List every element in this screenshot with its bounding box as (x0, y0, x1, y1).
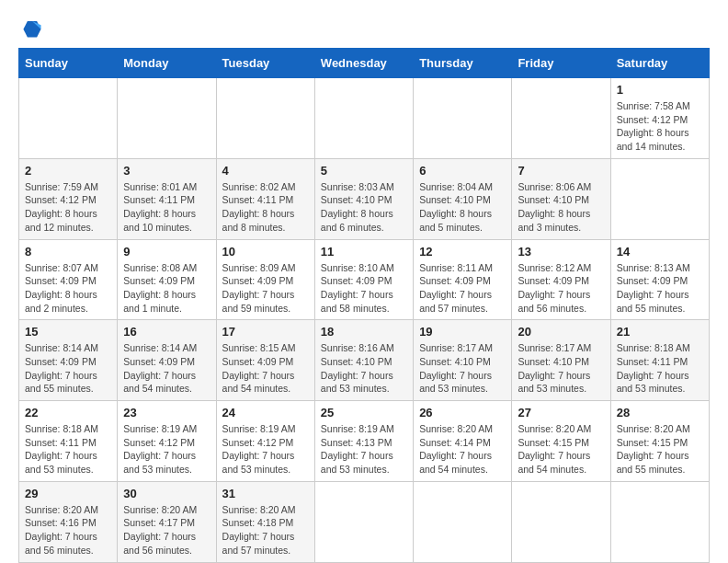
day-number: 26 (419, 406, 506, 419)
cell-info: Sunrise: 8:04 AM Sunset: 4:10 PM Dayligh… (419, 180, 506, 235)
calendar-cell: 27Sunrise: 8:20 AM Sunset: 4:15 PM Dayli… (512, 401, 610, 482)
calendar-cell: 29Sunrise: 8:20 AM Sunset: 4:16 PM Dayli… (19, 481, 118, 562)
calendar-cell (314, 78, 413, 159)
week-row-5: 29Sunrise: 8:20 AM Sunset: 4:16 PM Dayli… (19, 481, 710, 562)
day-number: 7 (518, 164, 604, 178)
day-number: 17 (222, 325, 309, 339)
day-number: 14 (617, 245, 703, 259)
calendar-cell: 16Sunrise: 8:14 AM Sunset: 4:09 PM Dayli… (118, 320, 216, 401)
cell-info: Sunrise: 8:17 AM Sunset: 4:10 PM Dayligh… (419, 341, 506, 396)
cell-info: Sunrise: 8:08 AM Sunset: 4:09 PM Dayligh… (123, 261, 210, 316)
calendar-cell (414, 481, 512, 562)
header-cell-monday: Monday (118, 49, 216, 78)
cell-info: Sunrise: 8:02 AM Sunset: 4:11 PM Dayligh… (222, 180, 309, 235)
cell-info: Sunrise: 8:16 AM Sunset: 4:10 PM Dayligh… (321, 341, 407, 396)
header-cell-tuesday: Tuesday (216, 49, 314, 78)
day-number: 13 (518, 245, 604, 259)
cell-info: Sunrise: 8:17 AM Sunset: 4:10 PM Dayligh… (518, 341, 604, 396)
calendar-cell: 30Sunrise: 8:20 AM Sunset: 4:17 PM Dayli… (118, 481, 216, 562)
calendar-cell: 13Sunrise: 8:12 AM Sunset: 4:09 PM Dayli… (512, 239, 610, 320)
header (18, 18, 710, 39)
header-cell-sunday: Sunday (19, 49, 118, 78)
calendar-cell: 15Sunrise: 8:14 AM Sunset: 4:09 PM Dayli… (19, 320, 118, 401)
calendar-cell: 14Sunrise: 8:13 AM Sunset: 4:09 PM Dayli… (610, 239, 709, 320)
calendar-cell: 19Sunrise: 8:17 AM Sunset: 4:10 PM Dayli… (414, 320, 512, 401)
cell-info: Sunrise: 8:20 AM Sunset: 4:14 PM Dayligh… (419, 422, 506, 477)
calendar-cell: 21Sunrise: 8:18 AM Sunset: 4:11 PM Dayli… (610, 320, 709, 401)
day-number: 11 (321, 245, 407, 259)
day-number: 6 (419, 164, 506, 178)
cell-info: Sunrise: 8:13 AM Sunset: 4:09 PM Dayligh… (617, 261, 703, 316)
calendar-cell: 1Sunrise: 7:58 AM Sunset: 4:12 PM Daylig… (610, 78, 709, 159)
calendar-cell: 12Sunrise: 8:11 AM Sunset: 4:09 PM Dayli… (414, 239, 512, 320)
calendar-cell (118, 78, 216, 159)
cell-info: Sunrise: 8:18 AM Sunset: 4:11 PM Dayligh… (25, 422, 111, 477)
day-number: 1 (617, 83, 703, 97)
calendar-cell (512, 78, 610, 159)
calendar-cell: 11Sunrise: 8:10 AM Sunset: 4:09 PM Dayli… (314, 239, 413, 320)
day-number: 16 (123, 325, 210, 339)
header-cell-friday: Friday (512, 49, 610, 78)
cell-info: Sunrise: 8:10 AM Sunset: 4:09 PM Dayligh… (321, 261, 407, 316)
calendar-cell: 4Sunrise: 8:02 AM Sunset: 4:11 PM Daylig… (216, 158, 314, 239)
calendar-cell: 20Sunrise: 8:17 AM Sunset: 4:10 PM Dayli… (512, 320, 610, 401)
day-number: 2 (25, 164, 111, 178)
cell-info: Sunrise: 8:03 AM Sunset: 4:10 PM Dayligh… (321, 180, 407, 235)
week-row-3: 15Sunrise: 8:14 AM Sunset: 4:09 PM Dayli… (19, 320, 710, 401)
cell-info: Sunrise: 8:20 AM Sunset: 4:15 PM Dayligh… (518, 422, 604, 477)
calendar-cell: 22Sunrise: 8:18 AM Sunset: 4:11 PM Dayli… (19, 401, 118, 482)
cell-info: Sunrise: 8:20 AM Sunset: 4:16 PM Dayligh… (25, 503, 111, 557)
day-number: 20 (518, 325, 604, 339)
calendar-table: SundayMondayTuesdayWednesdayThursdayFrid… (18, 48, 710, 563)
week-row-1: 2Sunrise: 7:59 AM Sunset: 4:12 PM Daylig… (19, 158, 710, 239)
cell-info: Sunrise: 8:19 AM Sunset: 4:12 PM Dayligh… (222, 422, 309, 477)
logo (18, 18, 42, 39)
header-cell-wednesday: Wednesday (314, 49, 413, 78)
calendar-cell: 6Sunrise: 8:04 AM Sunset: 4:10 PM Daylig… (414, 158, 512, 239)
day-number: 10 (222, 245, 309, 259)
cell-info: Sunrise: 7:58 AM Sunset: 4:12 PM Dayligh… (617, 99, 703, 154)
day-number: 31 (222, 487, 309, 500)
day-number: 22 (25, 406, 111, 419)
logo-icon (22, 18, 42, 39)
day-number: 23 (123, 406, 210, 419)
week-row-4: 22Sunrise: 8:18 AM Sunset: 4:11 PM Dayli… (19, 401, 710, 482)
cell-info: Sunrise: 8:20 AM Sunset: 4:18 PM Dayligh… (222, 503, 309, 557)
calendar-cell: 28Sunrise: 8:20 AM Sunset: 4:15 PM Dayli… (610, 401, 709, 482)
calendar-cell (216, 78, 314, 159)
cell-info: Sunrise: 8:06 AM Sunset: 4:10 PM Dayligh… (518, 180, 604, 235)
calendar-cell: 8Sunrise: 8:07 AM Sunset: 4:09 PM Daylig… (19, 239, 118, 320)
day-number: 15 (25, 325, 111, 339)
calendar-cell: 17Sunrise: 8:15 AM Sunset: 4:09 PM Dayli… (216, 320, 314, 401)
calendar-cell: 26Sunrise: 8:20 AM Sunset: 4:14 PM Dayli… (414, 401, 512, 482)
calendar-cell (610, 481, 709, 562)
calendar-cell (610, 158, 709, 239)
day-number: 19 (419, 325, 506, 339)
calendar-cell: 3Sunrise: 8:01 AM Sunset: 4:11 PM Daylig… (118, 158, 216, 239)
cell-info: Sunrise: 8:11 AM Sunset: 4:09 PM Dayligh… (419, 261, 506, 316)
cell-info: Sunrise: 8:09 AM Sunset: 4:09 PM Dayligh… (222, 261, 309, 316)
calendar-cell: 23Sunrise: 8:19 AM Sunset: 4:12 PM Dayli… (118, 401, 216, 482)
day-number: 24 (222, 406, 309, 419)
calendar-cell: 24Sunrise: 8:19 AM Sunset: 4:12 PM Dayli… (216, 401, 314, 482)
cell-info: Sunrise: 8:01 AM Sunset: 4:11 PM Dayligh… (123, 180, 210, 235)
day-number: 29 (25, 487, 111, 500)
calendar-cell (19, 78, 118, 159)
cell-info: Sunrise: 7:59 AM Sunset: 4:12 PM Dayligh… (25, 180, 111, 235)
day-number: 28 (617, 406, 703, 419)
day-number: 9 (123, 245, 210, 259)
day-number: 8 (25, 245, 111, 259)
calendar-cell: 5Sunrise: 8:03 AM Sunset: 4:10 PM Daylig… (314, 158, 413, 239)
header-row: SundayMondayTuesdayWednesdayThursdayFrid… (19, 49, 710, 78)
day-number: 18 (321, 325, 407, 339)
calendar-cell: 10Sunrise: 8:09 AM Sunset: 4:09 PM Dayli… (216, 239, 314, 320)
cell-info: Sunrise: 8:14 AM Sunset: 4:09 PM Dayligh… (123, 341, 210, 396)
cell-info: Sunrise: 8:07 AM Sunset: 4:09 PM Dayligh… (25, 261, 111, 316)
day-number: 30 (123, 487, 210, 500)
calendar-cell (314, 481, 413, 562)
cell-info: Sunrise: 8:20 AM Sunset: 4:17 PM Dayligh… (123, 503, 210, 557)
calendar-cell: 31Sunrise: 8:20 AM Sunset: 4:18 PM Dayli… (216, 481, 314, 562)
day-number: 21 (617, 325, 703, 339)
day-number: 3 (123, 164, 210, 178)
day-number: 25 (321, 406, 407, 419)
